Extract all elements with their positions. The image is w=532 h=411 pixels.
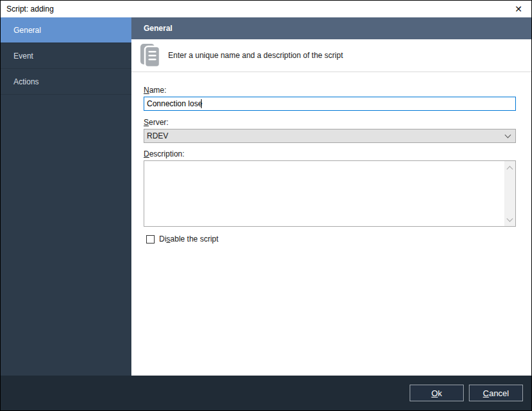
hero-row: Enter a unique name and a description of… (131, 39, 531, 72)
general-form: Name: Server: RDEV Description: (131, 72, 531, 376)
close-icon[interactable]: ✕ (506, 1, 531, 17)
disable-script-checkbox[interactable] (146, 235, 155, 244)
server-label: Server: (144, 118, 515, 127)
description-textarea[interactable] (144, 161, 504, 226)
text-caret (201, 99, 202, 108)
scroll-down-icon[interactable] (507, 216, 513, 222)
page-title-bar: General (131, 17, 531, 39)
chevron-down-icon (505, 132, 511, 139)
sidebar-item-actions[interactable]: Actions (1, 69, 131, 95)
ok-button[interactable]: Ok (410, 385, 464, 401)
page-title: General (144, 24, 173, 33)
hero-text: Enter a unique name and a description of… (168, 51, 343, 60)
description-field-frame (144, 160, 516, 227)
cancel-button[interactable]: Cancel (469, 385, 523, 401)
disable-script-row[interactable]: Disable the script (146, 234, 515, 244)
sidebar: General Event Actions (1, 17, 131, 376)
footer-bar: Ok Cancel (1, 376, 531, 410)
titlebar[interactable]: Script: adding ✕ (1, 1, 531, 17)
name-input[interactable] (144, 97, 516, 111)
sidebar-item-event[interactable]: Event (1, 43, 131, 69)
sidebar-item-general[interactable]: General (1, 17, 131, 43)
dialog-window: Script: adding ✕ General Event Actions G… (0, 0, 532, 411)
disable-script-label[interactable]: Disable the script (159, 234, 218, 244)
window-title: Script: adding (6, 5, 506, 14)
server-select-value: RDEV (147, 131, 506, 140)
main-panel: General Enter a unique name and a descri… (131, 17, 531, 376)
name-label: Name: (144, 86, 515, 95)
sidebar-item-label: Actions (14, 77, 39, 86)
sidebar-item-label: General (14, 26, 41, 35)
server-select[interactable]: RDEV (144, 129, 516, 143)
description-scrollbar[interactable] (504, 161, 515, 226)
script-pages-icon (138, 43, 162, 68)
description-label: Description: (144, 149, 515, 158)
sidebar-item-label: Event (14, 52, 33, 61)
scroll-up-icon[interactable] (507, 166, 513, 173)
